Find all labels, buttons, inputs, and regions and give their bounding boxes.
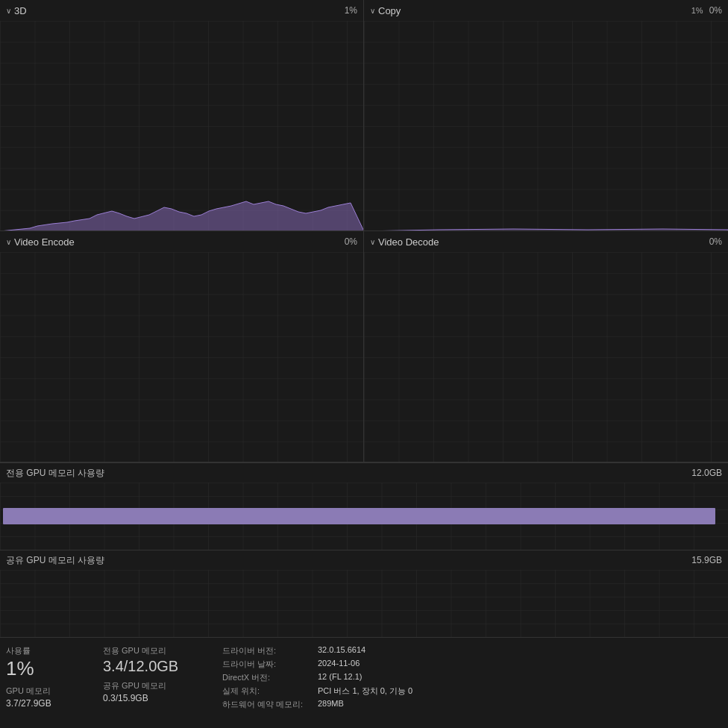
video-encode-grid (0, 252, 363, 462)
dedicated-memory-label: 전용 GPU 메모리 사용량 (6, 467, 104, 480)
3d-title-left: ∨ 3D (6, 5, 27, 16)
copy-chart (364, 21, 728, 230)
shared-memory-section: 공유 GPU 메모리 사용량 15.9GB (0, 550, 728, 638)
shared-memory-header: 공유 GPU 메모리 사용량 15.9GB (0, 550, 728, 570)
directx-value: 12 (FL 12.1) (318, 672, 363, 683)
location-label: 실제 위치: (222, 685, 312, 697)
dedicated-memory-section: 전용 GPU 메모리 사용량 12.0GB (0, 463, 728, 550)
usage-col: 사용률 1% GPU 메모리 3.7/27.9GB (6, 645, 103, 710)
video-encode-chart (0, 252, 363, 462)
reserved-label: 하드웨어 예약 메모리: (222, 699, 312, 710)
copy-panel: ∨ Copy 1% 0% (364, 0, 728, 231)
video-encode-usage: 0% (345, 236, 357, 247)
dedicated-memory-chart (0, 483, 728, 550)
memory-col: 전용 GPU 메모리 3.4/12.0GB 공유 GPU 메모리 0.3/15.… (103, 645, 222, 710)
shared-memory-grid (0, 570, 728, 637)
video-decode-header: ∨ Video Decode 0% (364, 231, 728, 252)
video-decode-title-left: ∨ Video Decode (370, 236, 439, 248)
video-decode-usage-value: 0% (709, 236, 722, 247)
usage-label: 사용률 (6, 645, 97, 656)
driver-version-row: 드라이버 버전: 32.0.15.6614 (222, 645, 716, 656)
video-decode-chart (364, 252, 728, 462)
svg-rect-6 (0, 570, 728, 637)
shared-memory-label: 공유 GPU 메모리 사용량 (6, 554, 104, 567)
shared-label: 공유 GPU 메모리 (103, 680, 216, 691)
svg-rect-3 (364, 252, 728, 462)
svg-rect-1 (364, 21, 728, 230)
location-row: 실제 위치: PCI 버스 1, 장치 0, 기능 0 (222, 685, 716, 697)
video-decode-usage: 0% (709, 236, 722, 247)
driver-date-label: 드라이버 날짜: (222, 659, 312, 670)
video-encode-title-left: ∨ Video Encode (6, 236, 75, 248)
copy-chevron[interactable]: ∨ (370, 7, 375, 15)
driver-version-label: 드라이버 버전: (222, 645, 312, 656)
dedicated-value: 3.4/12.0GB (103, 658, 216, 674)
svg-rect-5 (3, 508, 715, 524)
video-encode-usage-value: 0% (345, 236, 357, 247)
video-decode-title: Video Decode (378, 236, 439, 248)
video-encode-header: ∨ Video Encode 0% (0, 231, 363, 252)
copy-usage-value: 0% (709, 5, 722, 16)
usage-value: 1% (6, 658, 97, 680)
svg-rect-2 (0, 252, 363, 462)
video-encode-panel: ∨ Video Encode 0% (0, 231, 364, 462)
copy-panel-header: ∨ Copy 1% 0% (364, 0, 728, 21)
3d-usage-value: 1% (345, 5, 357, 16)
dedicated-memory-grid (0, 483, 728, 550)
video-decode-panel: ∨ Video Decode 0% (364, 231, 728, 462)
svg-rect-0 (0, 21, 363, 230)
directx-label: DirectX 버전: (222, 672, 312, 683)
video-decode-grid (364, 252, 728, 462)
dedicated-memory-header: 전용 GPU 메모리 사용량 12.0GB (0, 463, 728, 483)
3d-title: 3D (14, 5, 27, 16)
3d-chevron[interactable]: ∨ (6, 7, 11, 15)
copy-title-left: ∨ Copy (370, 5, 401, 16)
info-section: 사용률 1% GPU 메모리 3.7/27.9GB 전용 GPU 메모리 3.4… (0, 638, 728, 718)
shared-value: 0.3/15.9GB (103, 693, 216, 703)
details-col: 드라이버 버전: 32.0.15.6614 드라이버 날짜: 2024-11-0… (222, 645, 722, 710)
3d-panel: ∨ 3D 1% (0, 0, 364, 231)
video-encode-title: Video Encode (14, 236, 75, 248)
3d-usage: 1% (345, 5, 357, 16)
gpu-memory-value: 3.7/27.9GB (6, 698, 97, 709)
copy-grid (364, 21, 728, 230)
driver-date-value: 2024-11-06 (318, 659, 360, 670)
3d-panel-header: ∨ 3D 1% (0, 0, 363, 21)
copy-title: Copy (378, 5, 401, 16)
3d-grid (0, 21, 363, 230)
dedicated-label: 전용 GPU 메모리 (103, 645, 216, 656)
video-encode-chevron[interactable]: ∨ (6, 238, 11, 246)
driver-version-value: 32.0.15.6614 (318, 645, 365, 656)
directx-row: DirectX 버전: 12 (FL 12.1) (222, 672, 716, 683)
reserved-value: 289MB (318, 699, 344, 710)
reserved-row: 하드웨어 예약 메모리: 289MB (222, 699, 716, 710)
shared-memory-chart (0, 570, 728, 637)
3d-chart (0, 21, 363, 230)
driver-date-row: 드라이버 날짜: 2024-11-06 (222, 659, 716, 670)
shared-memory-max: 15.9GB (691, 555, 722, 565)
gpu-memory-label: GPU 메모리 (6, 685, 97, 697)
dedicated-memory-max: 12.0GB (691, 468, 722, 478)
copy-usage: 1% 0% (691, 5, 722, 16)
video-decode-chevron[interactable]: ∨ (370, 238, 375, 246)
location-value: PCI 버스 1, 장치 0, 기능 0 (318, 685, 412, 697)
